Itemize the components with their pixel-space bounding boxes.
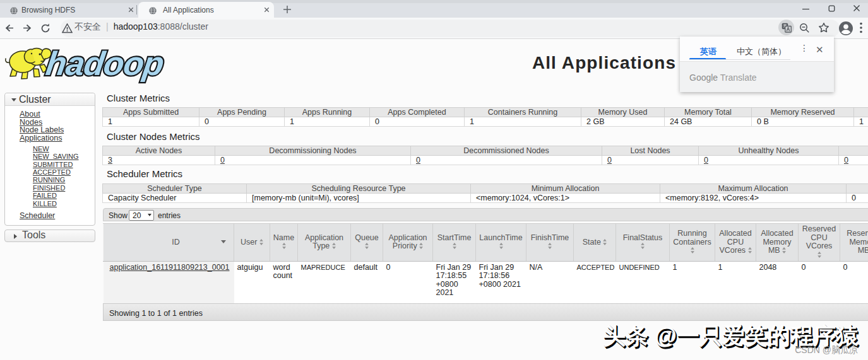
svg-text:hadoop: hadoop xyxy=(44,45,166,82)
